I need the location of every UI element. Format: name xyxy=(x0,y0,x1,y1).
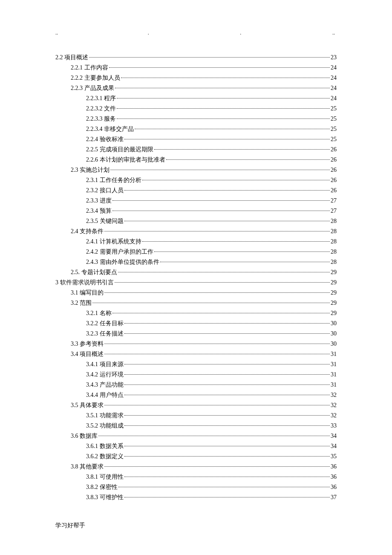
toc-label: 2.3.3 进度 xyxy=(86,196,112,206)
toc-entry[interactable]: 2.5. 专题计划要点29 xyxy=(55,267,337,278)
toc-leader xyxy=(117,119,330,119)
toc-entry[interactable]: 3.3 参考资料30 xyxy=(55,339,337,349)
toc-entry[interactable]: 3.5.2 功能组成33 xyxy=(55,421,337,431)
toc-entry[interactable]: 2.4.1 计算机系统支持28 xyxy=(55,237,337,247)
toc-leader xyxy=(98,436,330,436)
toc-label: 3.4.4 用户特点 xyxy=(86,390,124,400)
toc-label: 3 软件需求说明书引言 xyxy=(55,278,114,288)
toc-entry[interactable]: 2.2.3.4 非移交产品25 xyxy=(55,124,337,134)
toc-entry[interactable]: 3.4.2 运行环境31 xyxy=(55,370,337,380)
document-page: .. . . .. 2.2 项目概述232.2.1 工作内容242.2.2 主要… xyxy=(0,0,392,520)
toc-page-number: 28 xyxy=(331,237,337,247)
toc-page-number: 24 xyxy=(331,73,337,83)
toc-page-number: 30 xyxy=(331,339,337,349)
toc-leader xyxy=(104,466,330,467)
toc-label: 2.2.3.1 程序 xyxy=(86,93,116,104)
toc-entry[interactable]: 3.4.1 项目来源31 xyxy=(55,359,337,370)
toc-leader xyxy=(104,405,330,405)
toc-label: 2.2.3 产品及成果 xyxy=(71,83,114,93)
toc-entry[interactable]: 2.3.4 预算27 xyxy=(55,206,337,216)
header-dot: .. xyxy=(332,30,337,36)
toc-leader xyxy=(115,88,330,88)
toc-entry[interactable]: 2.4.3 需由外单位提供的条件28 xyxy=(55,257,337,267)
toc-leader xyxy=(124,190,330,191)
toc-leader xyxy=(117,108,330,109)
toc-leader xyxy=(154,251,330,252)
toc-entry[interactable]: 3.5 具体要求32 xyxy=(55,400,337,410)
toc-entry[interactable]: 2.3.2 接口人员26 xyxy=(55,185,337,196)
toc-leader xyxy=(112,211,330,211)
toc-entry[interactable]: 2.2.5 完成项目的最迟期限26 xyxy=(55,145,337,155)
toc-label: 3.3 参考资料 xyxy=(71,339,104,349)
toc-entry[interactable]: 3.8.3 可维护性37 xyxy=(55,492,337,503)
toc-entry[interactable]: 2.4.2 需要用户承担的工作28 xyxy=(55,247,337,257)
toc-label: 3.8.2 保密性 xyxy=(86,482,118,492)
toc-leader xyxy=(104,292,330,293)
toc-page-number: 29 xyxy=(331,298,337,308)
toc-entry[interactable]: 2.3.3 进度27 xyxy=(55,196,337,206)
toc-entry[interactable]: 3.4.4 用户特点32 xyxy=(55,390,337,400)
toc-entry[interactable]: 3.4 项目概述31 xyxy=(55,349,337,359)
toc-entry[interactable]: 2.2.1 工作内容24 xyxy=(55,63,337,73)
toc-page-number: 33 xyxy=(331,421,337,431)
toc-entry[interactable]: 3.6.1 数据关系34 xyxy=(55,441,337,451)
toc-page-number: 32 xyxy=(331,390,337,400)
toc-label: 2.2.3.4 非移交产品 xyxy=(86,124,134,134)
toc-entry[interactable]: 3.6.2 数据定义35 xyxy=(55,451,337,462)
toc-leader xyxy=(104,354,330,354)
toc-entry[interactable]: 2.2.3 产品及成果24 xyxy=(55,83,337,93)
toc-entry[interactable]: 3.4.3 产品功能31 xyxy=(55,380,337,390)
toc-leader xyxy=(115,282,330,283)
toc-page-number: 25 xyxy=(331,124,337,134)
toc-entry[interactable]: 2.2.6 本计划的审批者与批准者26 xyxy=(55,155,337,165)
toc-entry[interactable]: 3.2.1 名称29 xyxy=(55,308,337,318)
toc-entry[interactable]: 3.2 范围29 xyxy=(55,298,337,308)
toc-label: 2.4.1 计算机系统支持 xyxy=(86,237,141,247)
toc-page-number: 32 xyxy=(331,400,337,410)
toc-entry[interactable]: 3.6 数据库34 xyxy=(55,431,337,441)
header-dot: . xyxy=(240,30,244,36)
toc-entry[interactable]: 3.8 其他要求36 xyxy=(55,462,337,472)
toc-leader xyxy=(110,170,330,170)
toc-leader xyxy=(104,231,330,231)
toc-page-number: 29 xyxy=(331,288,337,298)
toc-entry[interactable]: 3.8.1 可使用性36 xyxy=(55,472,337,482)
toc-entry[interactable]: 3.2.3 任务描述30 xyxy=(55,329,337,339)
toc-leader xyxy=(124,477,330,477)
toc-page-number: 26 xyxy=(331,145,337,155)
toc-entry[interactable]: 3 软件需求说明书引言29 xyxy=(55,278,337,288)
toc-entry[interactable]: 2.2 项目概述23 xyxy=(55,52,337,63)
toc-leader xyxy=(89,57,330,58)
toc-entry[interactable]: 2.2.3.1 程序24 xyxy=(55,93,337,104)
toc-leader xyxy=(124,446,330,446)
header-dot: .. xyxy=(55,30,60,36)
toc-label: 3.2.1 名称 xyxy=(86,308,112,318)
toc-entry[interactable]: 2.3.1 工作任务的分析26 xyxy=(55,175,337,185)
toc-entry[interactable]: 2.2.3.3 服务25 xyxy=(55,114,337,124)
toc-page-number: 29 xyxy=(331,278,337,288)
toc-leader xyxy=(109,67,330,68)
toc-label: 2.3.5 关键问题 xyxy=(86,216,124,226)
toc-label: 3.4 项目概述 xyxy=(71,349,104,359)
toc-entry[interactable]: 3.5.1 功能需求32 xyxy=(55,410,337,421)
toc-page-number: 25 xyxy=(331,104,337,114)
toc-label: 3.6 数据库 xyxy=(71,431,98,441)
toc-entry[interactable]: 2.2.3.2 文件25 xyxy=(55,104,337,114)
toc-entry[interactable]: 2.4 支持条件28 xyxy=(55,226,337,237)
toc-page-number: 27 xyxy=(331,206,337,216)
toc-page-number: 28 xyxy=(331,216,337,226)
toc-entry[interactable]: 2.2.2 主要参加人员24 xyxy=(55,73,337,83)
toc-entry[interactable]: 2.2.4 验收标准25 xyxy=(55,134,337,145)
toc-leader xyxy=(124,374,330,375)
toc-entry[interactable]: 3.1 编写目的29 xyxy=(55,288,337,298)
toc-label: 2.3.4 预算 xyxy=(86,206,112,216)
toc-entry[interactable]: 2.3 实施总计划26 xyxy=(55,165,337,175)
toc-entry[interactable]: 3.8.2 保密性36 xyxy=(55,482,337,492)
toc-entry[interactable]: 2.3.5 关键问题28 xyxy=(55,216,337,226)
toc-page-number: 35 xyxy=(331,451,337,462)
toc-label: 3.5.2 功能组成 xyxy=(86,421,124,431)
toc-leader xyxy=(166,159,330,160)
toc-label: 2.5. 专题计划要点 xyxy=(71,267,117,278)
toc-entry[interactable]: 3.2.2 任务目标30 xyxy=(55,318,337,329)
toc-label: 3.4.2 运行环境 xyxy=(86,370,124,380)
